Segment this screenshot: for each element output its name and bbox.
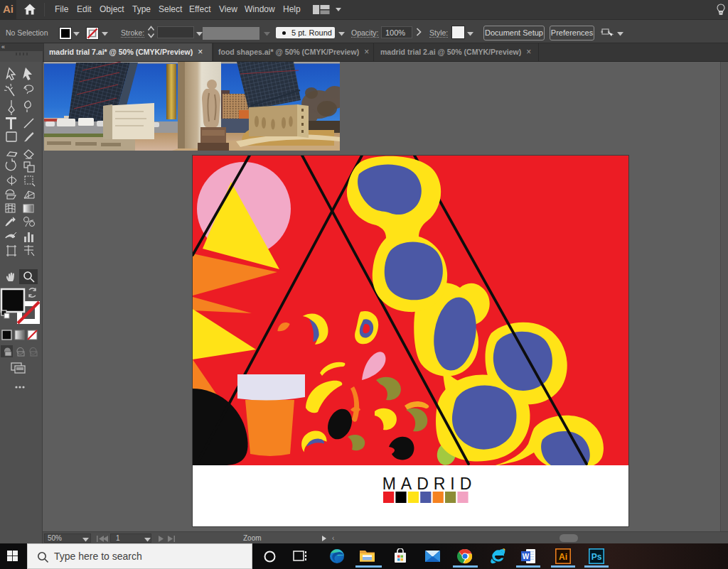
svg-text:Ai: Ai: [559, 552, 567, 562]
svg-text:W: W: [523, 553, 530, 560]
svg-text:Ps: Ps: [592, 552, 602, 562]
svg-text:MADRID: MADRID: [382, 475, 477, 493]
